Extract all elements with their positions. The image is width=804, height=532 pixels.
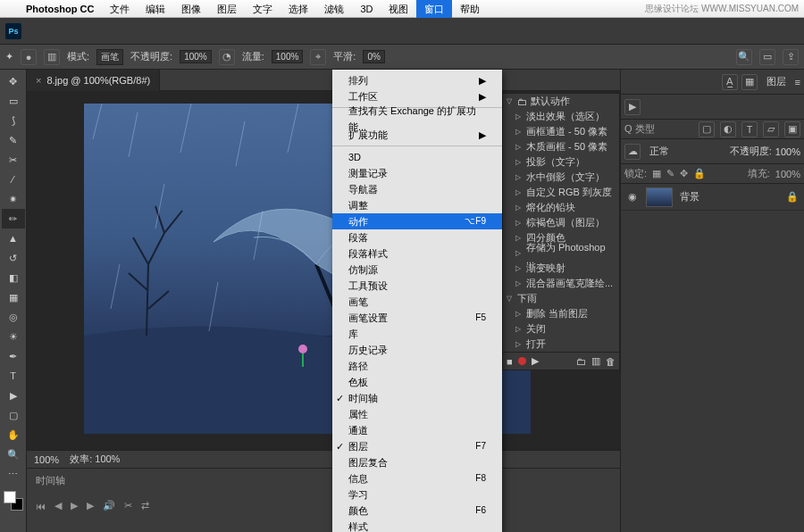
lock-position-icon[interactable]: ✥ (680, 168, 688, 179)
layer-thumbnail[interactable] (646, 187, 673, 207)
timeline-prev-icon[interactable]: ◀ (54, 500, 62, 511)
flow-value[interactable]: 100% (272, 50, 304, 63)
hand-tool-icon[interactable]: ✋ (2, 425, 25, 445)
menu-item[interactable]: 属性 (332, 406, 502, 422)
fill-value[interactable]: 100% (775, 169, 800, 179)
play-selection-icon[interactable]: ▶ (624, 99, 641, 115)
pen-tool-icon[interactable]: ✒ (2, 346, 25, 366)
menu-item[interactable]: 信息F8 (332, 470, 502, 486)
history-brush-tool-icon[interactable]: ↺ (2, 248, 25, 268)
menu-window[interactable]: 窗口 (416, 0, 452, 18)
menu-item[interactable]: 段落样式 (332, 245, 502, 262)
menu-help[interactable]: 帮助 (452, 0, 488, 18)
lock-icon[interactable]: 🔒 (693, 168, 706, 179)
filter-smart-icon[interactable]: ▣ (784, 121, 800, 137)
libraries-icon[interactable]: ☁ (624, 144, 641, 160)
search-icon[interactable]: 🔍 (736, 49, 752, 65)
fg-bg-colors[interactable] (2, 489, 25, 512)
disclosure-icon[interactable]: ▽ (507, 97, 514, 105)
menu-item[interactable]: ✓图层F7 (332, 438, 502, 454)
menu-item[interactable]: 排列▶ (332, 72, 502, 88)
character-panel-icon[interactable]: A̲ (722, 74, 738, 90)
zoom-level[interactable]: 100% (34, 454, 59, 465)
action-row[interactable]: ▷熔化的铅块 (503, 200, 619, 215)
blur-tool-icon[interactable]: ◎ (2, 307, 25, 327)
blend-mode[interactable]: 正常 (644, 145, 726, 158)
disclosure-icon[interactable]: ▷ (515, 219, 523, 227)
eyedropper-tool-icon[interactable]: ⁄ (2, 170, 25, 189)
action-row[interactable]: ▽下雨 (503, 291, 619, 306)
share-icon[interactable]: ⇪ (783, 49, 799, 65)
menu-type[interactable]: 文字 (245, 0, 281, 18)
action-row[interactable]: ▷关闭 (503, 321, 619, 337)
crop-tool-icon[interactable]: ✂ (2, 150, 25, 170)
timeline-transition-icon[interactable]: ⇄ (141, 500, 149, 511)
marquee-tool-icon[interactable]: ▭ (2, 91, 25, 111)
menu-item[interactable]: 样式 (332, 519, 502, 532)
menu-item[interactable]: 测量记录 (332, 165, 502, 181)
disclosure-icon[interactable]: ▷ (515, 310, 523, 318)
menu-item[interactable]: ✓时间轴 (332, 390, 502, 406)
menu-view[interactable]: 视图 (381, 0, 416, 18)
panel-menu-icon[interactable]: ≡ (795, 77, 800, 87)
menu-item[interactable]: 色板 (332, 374, 502, 390)
play-icon[interactable]: ▶ (532, 355, 539, 367)
path-select-tool-icon[interactable]: ▶ (2, 386, 25, 405)
menu-item[interactable]: 动作⌥F9 (332, 213, 502, 229)
lock-pixels-icon[interactable]: ✎ (666, 168, 674, 179)
action-row[interactable]: ▷木质画框 - 50 像素 (503, 139, 619, 154)
disclosure-icon[interactable]: ▷ (515, 264, 523, 272)
brush-panel-icon[interactable]: ▥ (44, 49, 60, 65)
action-row[interactable]: ▷投影（文字） (503, 154, 619, 170)
type-tool-icon[interactable]: T (2, 366, 25, 386)
quick-select-tool-icon[interactable]: ✎ (2, 130, 25, 150)
mode-value[interactable]: 画笔 (96, 49, 123, 65)
action-row[interactable]: ▷水中倒影（文字） (503, 170, 619, 185)
disclosure-icon[interactable]: ▷ (515, 128, 523, 136)
layer-opacity-value[interactable]: 100% (775, 146, 800, 157)
action-row[interactable]: ▷自定义 RGB 到灰度 (503, 185, 619, 200)
layers-filter-label[interactable]: Q 类型 (624, 122, 655, 136)
disclosure-icon[interactable]: ▷ (515, 188, 523, 196)
airbrush-icon[interactable]: ⌖ (310, 49, 326, 65)
gradient-tool-icon[interactable]: ▦ (2, 287, 25, 307)
record-icon[interactable] (518, 357, 526, 365)
menu-item[interactable]: 库 (332, 326, 502, 342)
action-row[interactable]: ▷棕褐色调（图层） (503, 215, 619, 230)
action-row[interactable]: ▷混合器画笔克隆绘... (503, 276, 619, 291)
menu-item[interactable]: 画笔设置F5 (332, 310, 502, 326)
timeline-split-icon[interactable]: ✂ (124, 500, 132, 511)
menu-item[interactable]: 段落 (332, 229, 502, 245)
spot-heal-tool-icon[interactable]: ✷ (2, 189, 25, 209)
menu-item[interactable]: 调整 (332, 197, 502, 213)
menu-file[interactable]: 文件 (102, 0, 138, 18)
menu-select[interactable]: 选择 (281, 0, 316, 18)
disclosure-icon[interactable]: ▷ (515, 173, 523, 181)
menu-item[interactable]: 导航器 (332, 181, 502, 197)
move-tool-icon[interactable]: ✥ (2, 71, 25, 91)
menu-item[interactable]: 颜色F6 (332, 503, 502, 519)
new-set-icon[interactable]: 🗀 (576, 356, 586, 367)
eraser-tool-icon[interactable]: ◧ (2, 268, 25, 287)
app-name[interactable]: Photoshop CC (18, 0, 102, 18)
dodge-tool-icon[interactable]: ☀ (2, 327, 25, 346)
action-set-row[interactable]: ▽🗀默认动作 (503, 94, 619, 109)
action-row[interactable]: ▷淡出效果（选区） (503, 109, 619, 124)
action-row[interactable]: ▷存储为 Photoshop ... (503, 245, 619, 261)
menu-3d[interactable]: 3D (352, 0, 381, 18)
disclosure-icon[interactable]: ▷ (515, 340, 523, 348)
visibility-icon[interactable]: ◉ (626, 191, 639, 203)
workspace-icon[interactable]: ▭ (759, 49, 775, 65)
menu-item[interactable]: 查找有关 Exchange 的扩展功能... (332, 111, 502, 127)
document-tab[interactable]: × 8.jpg @ 100%(RGB/8#) (27, 70, 160, 91)
menu-item[interactable]: 图层复合 (332, 454, 502, 470)
zoom-tool-icon[interactable]: 🔍 (2, 445, 25, 464)
disclosure-icon[interactable]: ▷ (515, 204, 523, 212)
rectangle-tool-icon[interactable]: ▢ (2, 405, 25, 425)
layer-row[interactable]: ◉ 背景 🔒 (621, 184, 804, 211)
action-row[interactable]: ▷删除 当前图层 (503, 306, 619, 321)
menu-filter[interactable]: 滤镜 (316, 0, 352, 18)
layer-name[interactable]: 背景 (680, 190, 699, 204)
menu-item[interactable]: 历史记录 (332, 342, 502, 358)
brush-tool-icon[interactable]: ✏ (2, 209, 25, 229)
